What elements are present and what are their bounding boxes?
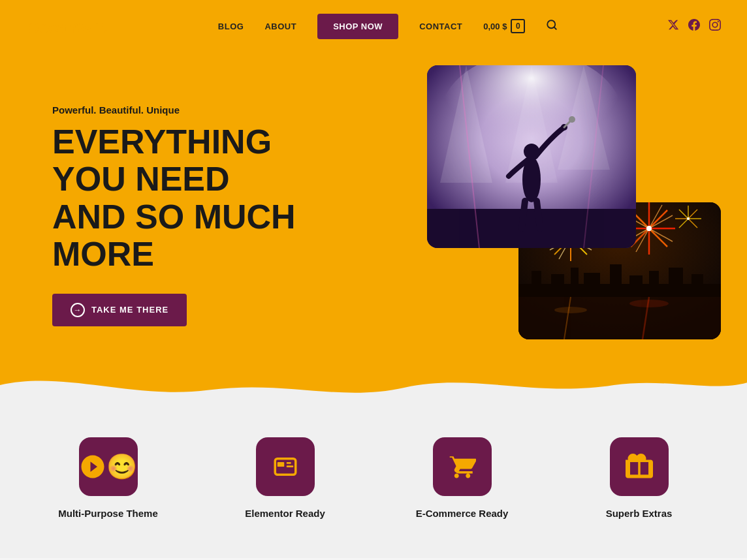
search-button[interactable]: [546, 19, 558, 34]
svg-rect-13: [518, 284, 721, 297]
features-grid: 😊 Multi-Purpose Theme Elementor Ready: [26, 437, 721, 519]
hero-section: Powerful. Beautiful. Unique EVERYTHING Y…: [0, 0, 747, 405]
feature-item-2: E-Commerce Ready: [380, 437, 544, 519]
feature-item-0: 😊 Multi-Purpose Theme: [26, 437, 190, 519]
svg-line-1: [554, 27, 556, 29]
svg-point-53: [646, 226, 652, 231]
twitter-icon[interactable]: [667, 19, 679, 34]
feature-item-1: Elementor Ready: [203, 437, 367, 519]
hero-title-line1: EVERYTHING YOU NEED: [52, 123, 272, 198]
feature-emoji-0: 😊: [106, 454, 137, 479]
wave-divider: [0, 366, 747, 405]
hero-content: Powerful. Beautiful. Unique EVERYTHING Y…: [0, 65, 366, 392]
feature-icon-multipurpose: 😊: [79, 437, 138, 496]
svg-rect-69: [277, 462, 284, 467]
svg-point-8: [569, 116, 575, 123]
logo-dot: .: [103, 14, 108, 38]
svg-rect-71: [286, 465, 293, 467]
social-icons: [667, 19, 721, 34]
svg-rect-14: [532, 271, 541, 285]
svg-point-61: [687, 217, 690, 220]
circle-arrow-icon: →: [71, 303, 85, 317]
svg-rect-22: [691, 274, 703, 285]
hero-images: [427, 65, 721, 339]
feature-icon-extras: [610, 437, 669, 496]
svg-rect-16: [571, 268, 579, 285]
main-nav: BLOG ABOUT SHOP NOW CONTACT 0,00 $ 0: [218, 14, 558, 39]
svg-point-65: [629, 300, 669, 307]
logo[interactable]: OceanWP.: [26, 14, 108, 39]
hero-title: EVERYTHING YOU NEED AND SO MUCH MORE: [52, 123, 340, 273]
nav-blog[interactable]: BLOG: [218, 22, 244, 31]
search-icon: [546, 19, 558, 31]
instagram-icon[interactable]: [709, 19, 721, 34]
hero-subtitle: Powerful. Beautiful. Unique: [52, 104, 340, 116]
header: OceanWP. BLOG ABOUT SHOP NOW CONTACT 0,0…: [0, 0, 747, 52]
nav-contact[interactable]: CONTACT: [419, 22, 462, 31]
shop-now-button[interactable]: SHOP NOW: [317, 14, 398, 39]
cta-label: TAKE ME THERE: [91, 305, 168, 315]
hero-image-1: [427, 65, 636, 248]
feature-icon-elementor: [256, 437, 315, 496]
feature-item-3: Superb Extras: [557, 437, 721, 519]
feature-label-1: Elementor Ready: [245, 508, 325, 519]
cart-area[interactable]: 0,00 $ 0: [483, 19, 525, 33]
svg-rect-17: [584, 273, 600, 285]
svg-rect-4: [427, 209, 636, 248]
svg-rect-21: [669, 268, 683, 285]
take-me-there-button[interactable]: → TAKE ME THERE: [52, 294, 187, 326]
svg-rect-15: [551, 274, 564, 285]
hero-title-line2: AND SO MUCH MORE: [52, 198, 296, 273]
feature-icon-ecommerce: [433, 437, 492, 496]
logo-text: OceanWP: [26, 18, 103, 37]
svg-rect-20: [649, 271, 659, 285]
cart-price: 0,00 $: [483, 22, 507, 31]
cart-count: 0: [511, 19, 525, 33]
feature-label-0: Multi-Purpose Theme: [58, 508, 158, 519]
feature-label-2: E-Commerce Ready: [416, 508, 509, 519]
feature-label-3: Superb Extras: [606, 508, 673, 519]
features-section: 😊 Multi-Purpose Theme Elementor Ready: [0, 405, 747, 558]
svg-rect-70: [286, 462, 291, 464]
nav-about[interactable]: ABOUT: [264, 22, 296, 31]
svg-point-64: [554, 307, 587, 313]
facebook-icon[interactable]: [688, 19, 700, 34]
svg-rect-19: [629, 275, 643, 285]
svg-rect-18: [610, 264, 622, 285]
svg-rect-12: [518, 294, 721, 339]
